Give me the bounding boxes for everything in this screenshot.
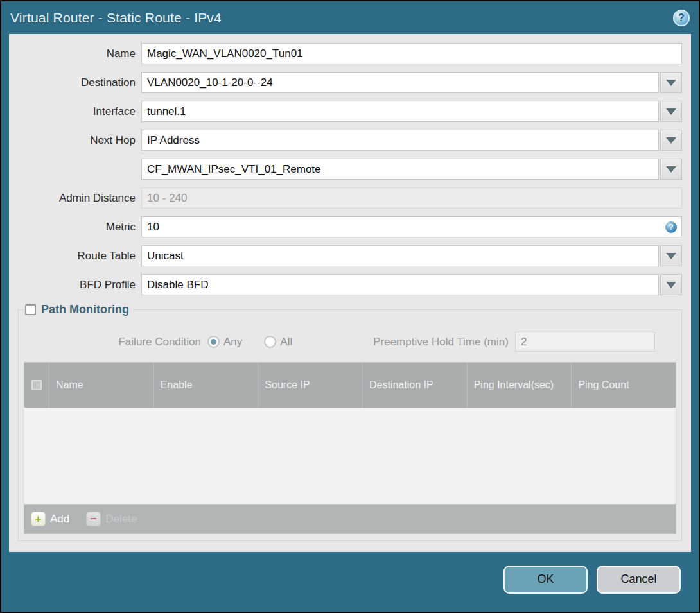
form-row-bfd-profile: BFD Profile [18, 274, 682, 295]
titlebar: Virtual Router - Static Route - IPv4 ? [1, 1, 699, 34]
destination-dropdown-button[interactable] [660, 72, 682, 93]
bfd-profile-label: BFD Profile [18, 279, 141, 291]
path-monitoring-legend: Path Monitoring [24, 303, 133, 316]
route-table-input[interactable] [141, 245, 659, 266]
interface-input[interactable] [141, 101, 659, 122]
column-header-name[interactable]: Name [49, 363, 153, 408]
add-button[interactable]: + Add [31, 512, 69, 526]
help-icon[interactable]: ? [673, 10, 690, 26]
path-monitoring-title: Path Monitoring [41, 303, 129, 316]
dialog-window: Virtual Router - Static Route - IPv4 ? N… [0, 0, 700, 613]
next-hop-label: Next Hop [18, 134, 141, 147]
interface-dropdown-button[interactable] [660, 101, 682, 122]
radio-any-label: Any [223, 336, 242, 349]
form-row-name: Name [18, 43, 682, 64]
dialog-footer: OK Cancel [1, 552, 699, 612]
radio-all-label: All [280, 336, 292, 349]
column-header-destination-ip[interactable]: Destination IP [362, 363, 467, 408]
route-table-dropdown-button[interactable] [660, 245, 682, 266]
table-header-row: Name Enable Source IP Destination IP Pin… [24, 363, 676, 408]
delete-button-label: Delete [105, 513, 137, 526]
ok-button[interactable]: OK [503, 566, 588, 594]
column-header-source-ip[interactable]: Source IP [258, 363, 362, 408]
select-all-checkbox[interactable] [31, 380, 42, 390]
path-monitoring-table: Name Enable Source IP Destination IP Pin… [24, 362, 676, 534]
bfd-profile-input[interactable] [141, 274, 659, 295]
table-select-all-cell [24, 363, 49, 408]
radio-all[interactable] [264, 336, 276, 348]
form-row-route-table: Route Table [18, 245, 682, 266]
failure-condition-all-option[interactable]: All [264, 336, 314, 349]
form-row-next-hop-address [18, 159, 682, 180]
bfd-profile-dropdown-button[interactable] [660, 274, 682, 295]
table-actions-bar: + Add − Delete [24, 504, 676, 533]
chevron-down-icon [666, 253, 676, 259]
column-header-ping-count[interactable]: Ping Count [571, 363, 676, 408]
metric-help-icon[interactable]: ? [665, 221, 677, 233]
form-row-next-hop: Next Hop [18, 130, 682, 151]
table-body-empty [24, 408, 676, 504]
chevron-down-icon [666, 108, 676, 115]
path-monitoring-section: Path Monitoring Failure Condition Any Al… [18, 303, 682, 541]
chevron-down-icon [666, 137, 676, 144]
next-hop-address-dropdown-button[interactable] [660, 159, 682, 180]
form-row-metric: Metric ? [18, 216, 682, 237]
next-hop-type-dropdown-button[interactable] [660, 130, 682, 151]
add-plus-icon: + [31, 512, 46, 526]
chevron-down-icon [666, 166, 676, 173]
delete-minus-icon: − [86, 512, 101, 526]
preemptive-hold-time-label: Preemptive Hold Time (min) [373, 336, 509, 349]
dialog-content: Name Destination Interface Next Hop [9, 34, 691, 552]
radio-any[interactable] [207, 336, 220, 348]
delete-button[interactable]: − Delete [86, 512, 137, 526]
chevron-down-icon [666, 80, 676, 86]
next-hop-type-input[interactable] [141, 130, 659, 151]
column-header-ping-interval[interactable]: Ping Interval(sec) [467, 363, 572, 408]
admin-distance-label: Admin Distance [18, 192, 141, 205]
name-label: Name [18, 47, 141, 60]
preemptive-hold-time-input[interactable] [515, 332, 655, 352]
column-header-enable[interactable]: Enable [153, 363, 258, 408]
chevron-down-icon [666, 282, 676, 288]
failure-condition-label: Failure Condition [24, 336, 207, 349]
next-hop-address-input[interactable] [141, 159, 659, 180]
form-row-interface: Interface [18, 101, 682, 122]
destination-label: Destination [18, 76, 141, 89]
form-row-destination: Destination [18, 72, 682, 93]
interface-label: Interface [18, 105, 141, 118]
path-monitoring-controls: Failure Condition Any All Preemptive Hol… [24, 332, 676, 352]
dialog-title: Virtual Router - Static Route - IPv4 [10, 10, 222, 26]
form-row-admin-distance: Admin Distance [18, 187, 682, 209]
name-input[interactable] [141, 43, 682, 64]
failure-condition-any-option[interactable]: Any [207, 336, 264, 349]
route-table-label: Route Table [18, 250, 141, 263]
path-monitoring-checkbox[interactable] [25, 304, 36, 315]
metric-input[interactable] [141, 216, 682, 237]
admin-distance-input[interactable] [141, 187, 682, 209]
destination-input[interactable] [141, 72, 659, 93]
add-button-label: Add [50, 513, 69, 526]
cancel-button[interactable]: Cancel [597, 566, 681, 594]
metric-label: Metric [18, 221, 141, 234]
